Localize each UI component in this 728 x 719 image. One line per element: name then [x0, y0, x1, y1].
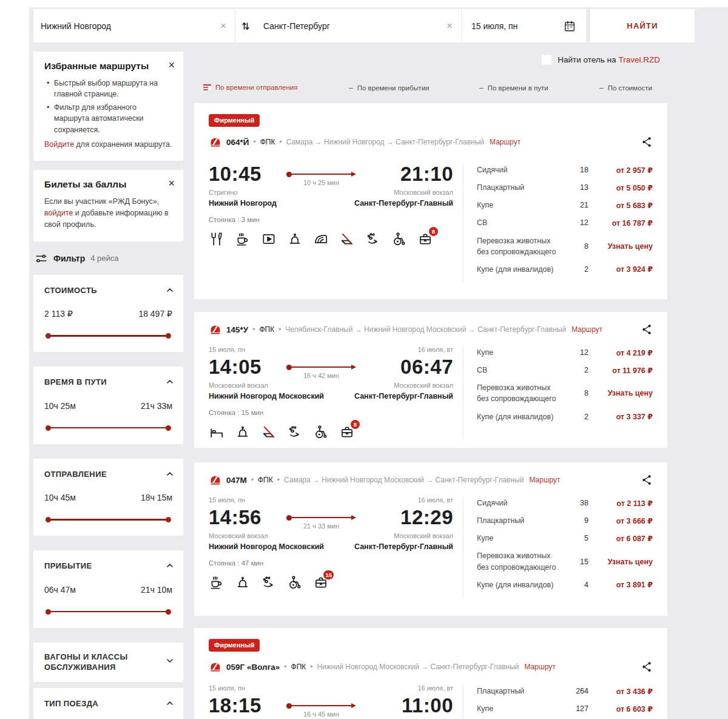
route-link[interactable]: Маршрут: [529, 476, 560, 484]
train-route: Самара → Нижний Новгород → Санкт-Петербу…: [286, 138, 484, 146]
close-icon[interactable]: ×: [168, 178, 175, 189]
class-price: от 11 976 ₽: [597, 366, 653, 375]
class-row[interactable]: Купе127от 6 603 ₽: [477, 703, 653, 714]
calendar-icon[interactable]: [563, 19, 576, 33]
filter-icon: [35, 252, 48, 265]
clear-destination-icon[interactable]: ×: [445, 21, 454, 31]
class-row[interactable]: Плацкартный9от 3 666 ₽: [477, 515, 653, 526]
class-seats: 264: [561, 687, 588, 695]
class-row[interactable]: Перевозка животных без сопровождающего15…: [477, 550, 653, 572]
arrival-city: Санкт-Петербург-Главный: [354, 541, 453, 553]
class-name: Сидячий: [477, 164, 561, 175]
slider-handle-min[interactable]: [46, 517, 51, 522]
ask-price-link[interactable]: Узнать цену: [597, 242, 653, 251]
slider-handle-max[interactable]: [166, 425, 171, 431]
class-name: Перевозка животных без сопровождающего: [477, 235, 561, 257]
ask-price-link[interactable]: Узнать цену: [597, 389, 653, 397]
share-icon[interactable]: [641, 136, 653, 148]
filter-travel-time: ВРЕМЯ В ПУТИ 10ч 25м 21ч 33м: [33, 366, 183, 444]
class-name: Плацкартный: [477, 686, 561, 697]
class-row[interactable]: Купе (для инвалидов)4от 3 891 ₽: [477, 579, 653, 590]
swap-stations-icon[interactable]: [235, 9, 256, 42]
tab-sort-by-departure[interactable]: По времени отправления: [203, 84, 297, 91]
pet-transport-icon: [287, 424, 303, 440]
chevron-up-icon[interactable]: [166, 285, 174, 292]
route-link[interactable]: Маршрут: [490, 138, 521, 146]
tab-sort-by-arrival[interactable]: – По времени прибытия: [349, 84, 430, 92]
route-link[interactable]: Маршрут: [525, 663, 556, 671]
ask-price-link[interactable]: Узнать цену: [597, 558, 653, 566]
class-row[interactable]: Купе (для инвалидов)2от 3 337 ₽: [477, 411, 653, 422]
slider-handle-min[interactable]: [46, 609, 51, 615]
origin-field[interactable]: ×: [33, 9, 235, 42]
class-row[interactable]: СВ2от 11 976 ₽: [477, 365, 653, 376]
chevron-up-icon[interactable]: [166, 698, 174, 706]
class-row[interactable]: Плацкартный13от 5 050 ₽: [477, 182, 653, 193]
chevron-up-icon[interactable]: [166, 469, 174, 476]
sort-tabs: По времени отправления – По времени приб…: [194, 84, 667, 96]
slider-handle-min[interactable]: [46, 333, 51, 339]
class-name: Перевозка животных без сопровождающего: [477, 382, 561, 404]
train-logo-icon: [209, 660, 222, 673]
class-name: Перевозка животных без сопровождающего: [477, 550, 561, 572]
travel-time-slider: [46, 425, 171, 431]
clear-origin-icon[interactable]: ×: [219, 21, 228, 31]
class-name: Плацкартный: [477, 182, 561, 193]
hotel-promo-brand-link[interactable]: Travel.RZD: [618, 55, 660, 64]
train-card: Фирменный 064*Й •ФПК• Самара → Нижний Но…: [194, 103, 667, 299]
filter-price-title[interactable]: СТОИМОСТЬ: [44, 285, 172, 296]
chevron-up-icon[interactable]: [166, 561, 174, 568]
share-icon[interactable]: [641, 474, 653, 486]
class-row[interactable]: Плацкартный264от 3 436 ₽: [477, 686, 653, 697]
route-link[interactable]: Маршрут: [571, 325, 602, 334]
filter-wagons-title[interactable]: ВАГОНЫ И КЛАССЫ ОБСЛУЖИВАНИЯ: [44, 652, 172, 673]
filter-price: СТОИМОСТЬ 2 113 ₽ 18 497 ₽: [33, 275, 183, 353]
hotel-checkbox[interactable]: [541, 55, 551, 65]
close-icon[interactable]: ×: [168, 59, 175, 70]
class-row[interactable]: Перевозка животных без сопровождающего8У…: [477, 235, 653, 257]
trip-duration: 16 ч 45 мин: [303, 711, 339, 718]
train-route: Челябинск-Главный → Нижний Новгород Моск…: [285, 325, 566, 334]
class-row[interactable]: Купе21от 5 683 ₽: [477, 200, 653, 211]
tab-sort-by-price[interactable]: – По стоимости: [599, 84, 652, 92]
chevron-down-icon[interactable]: [166, 656, 174, 663]
chevron-up-icon[interactable]: [166, 377, 174, 384]
date-field[interactable]: 15 июля, пн: [462, 9, 586, 42]
filter-arrival-title[interactable]: ПРИБЫТИЕ: [44, 561, 172, 572]
slider-track: [48, 519, 169, 521]
class-row[interactable]: Перевозка животных без сопровождающего8У…: [477, 382, 653, 404]
filter-train-type-title[interactable]: ТИП ПОЕЗДА: [44, 698, 172, 709]
class-row[interactable]: Купе (для инвалидов)2от 3 924 ₽: [477, 264, 653, 275]
destination-input[interactable]: [263, 21, 445, 31]
tab-sort-by-travel-time[interactable]: – По времени в пути: [479, 84, 548, 92]
filter-label[interactable]: Фильтр: [53, 254, 85, 263]
class-row[interactable]: Купе5от 6 087 ₽: [477, 533, 653, 544]
find-button[interactable]: НАЙТИ: [590, 9, 695, 42]
slider-handle-max[interactable]: [166, 609, 171, 615]
class-row[interactable]: Сидячий38от 2 113 ₽: [477, 498, 653, 508]
class-row[interactable]: Купе12от 4 219 ₽: [477, 347, 653, 358]
slider-handle-max[interactable]: [166, 517, 171, 522]
destination-field[interactable]: ×: [256, 9, 461, 42]
class-row[interactable]: Сидячий18от 2 957 ₽: [477, 164, 653, 175]
origin-input[interactable]: [41, 21, 219, 31]
slider-handle-min[interactable]: [46, 425, 51, 431]
departure-time: 10:45: [209, 163, 280, 185]
departure-min: 10ч 45м: [44, 493, 76, 502]
no-bedding-icon: [339, 231, 355, 247]
branded-badge: Фирменный: [209, 639, 260, 652]
class-price: от 2 113 ₽: [597, 499, 653, 508]
class-row[interactable]: СВ12от 16 787 ₽: [477, 217, 653, 228]
share-icon[interactable]: [641, 661, 653, 673]
slider-handle-max[interactable]: [166, 333, 171, 339]
login-link[interactable]: Войдите: [44, 140, 74, 149]
departure-station: Стригино: [209, 187, 277, 198]
filter-departure-title[interactable]: ОТПРАВЛЕНИЕ: [44, 469, 172, 480]
login-link[interactable]: войдите: [44, 209, 73, 217]
departure-date: 15 июля, пн: [209, 684, 280, 694]
class-seats: 2: [561, 265, 588, 274]
filter-travel-time-title[interactable]: ВРЕМЯ В ПУТИ: [44, 377, 172, 388]
share-icon[interactable]: [641, 323, 653, 336]
dash-icon: –: [599, 84, 604, 92]
class-list: Плацкартный264от 3 436 ₽ Купе127от 6 603…: [463, 684, 653, 719]
